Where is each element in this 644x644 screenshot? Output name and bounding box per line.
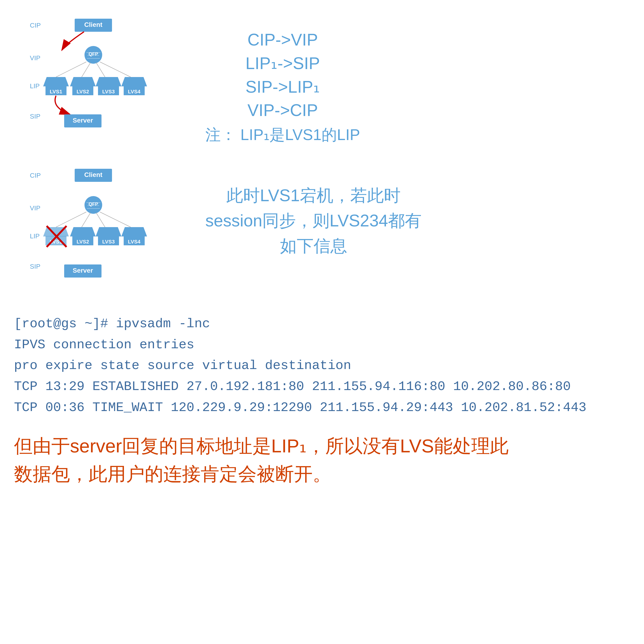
lvs3-node-1 (96, 77, 121, 86)
arrow-lvs1-server (55, 96, 70, 114)
middle-section: CIP VIP LIP SIP Client QFP LVS1 (14, 164, 630, 295)
client-label-2: Client (84, 171, 102, 178)
line-qfp-lvs1 (56, 62, 86, 77)
console-line1: [root@gs ~]# ipvsadm -lnc (14, 313, 630, 335)
line-qfp-lvs2 (82, 63, 91, 77)
desc-line-2: session同步，则LVS234都有 (205, 208, 422, 233)
top-section: CIP VIP LIP SIP Client QFP (14, 14, 630, 145)
note-line-1: 注： LIP₁是LVS1的LIP (205, 124, 360, 145)
line-qfp-lvs3-2 (96, 213, 105, 227)
client-label-1: Client (84, 21, 102, 28)
console-line4: TCP 13:29 ESTABLISHED 27.0.192.181:80 21… (14, 376, 630, 397)
lvs3-label-2: LVS3 (102, 239, 115, 244)
label-cip-1: CIP (30, 22, 41, 29)
lvs3-label-1: LVS3 (102, 89, 115, 94)
label-sip-2: SIP (30, 263, 40, 270)
server-label-2: Server (73, 267, 93, 274)
lvs4-label-2: LVS4 (128, 239, 140, 244)
lvs2-node-1 (70, 77, 96, 86)
flow-line-2: LIP₁->SIP (205, 52, 360, 75)
diagram2-container: CIP VIP LIP SIP Client QFP LVS1 (14, 164, 159, 295)
lvs2-label-2: LVS2 (77, 239, 89, 244)
line-qfp-lvs3 (96, 63, 105, 77)
line-qfp-lvs4-2 (100, 212, 131, 227)
desc-line-1: 此时LVS1宕机，若此时 (205, 183, 422, 208)
label-lip-1: LIP (30, 82, 40, 90)
conclusion-line1: 但由于server回复的目标地址是LIP₁，所以没有LVS能处理此 (14, 432, 630, 460)
lvs1-label-1: LVS1 (50, 89, 62, 94)
diagram1-container: CIP VIP LIP SIP Client QFP (14, 14, 159, 145)
line-qfp-lvs2-2 (82, 213, 91, 227)
label-vip-1: VIP (30, 54, 40, 62)
flow-line-3: SIP->LIP₁ (205, 75, 360, 99)
line-qfp-lvs1-2 (56, 212, 86, 227)
lvs4-node-1 (121, 77, 147, 86)
console-section: [root@gs ~]# ipvsadm -lnc IPVS connectio… (14, 313, 630, 418)
console-line5: TCP 00:36 TIME_WAIT 120.229.9.29:12290 2… (14, 397, 630, 418)
console-line3: pro expire state source virtual destinat… (14, 355, 630, 376)
line-qfp-lvs4 (100, 62, 131, 77)
label-cip-2: CIP (30, 172, 41, 179)
lvs4-node-2 (121, 227, 147, 236)
info-panel-1: CIP->VIP LIP₁->SIP SIP->LIP₁ VIP->CIP 注：… (205, 14, 360, 145)
label-lip-2: LIP (30, 232, 40, 240)
arrow-cip-qfp (62, 32, 84, 50)
server-label-1: Server (73, 117, 93, 124)
console-line2: IPVS connection entries (14, 335, 630, 356)
flow-line-1: CIP->VIP (205, 28, 360, 52)
desc-line-3: 如下信息 (205, 233, 422, 258)
lvs2-node-2 (70, 227, 96, 236)
conclusion-section: 但由于server回复的目标地址是LIP₁，所以没有LVS能处理此 数据包，此用… (14, 432, 630, 488)
lvs4-label-1: LVS4 (128, 89, 140, 94)
lvs3-node-2 (96, 227, 121, 236)
info-panel-2: 此时LVS1宕机，若此时 session同步，则LVS234都有 如下信息 (205, 164, 422, 258)
conclusion-line2: 数据包，此用户的连接肯定会被断开。 (14, 460, 630, 488)
lvs2-label-1: LVS2 (77, 89, 89, 94)
label-vip-2: VIP (30, 204, 40, 212)
flow-line-4: VIP->CIP (205, 98, 360, 122)
label-sip-1: SIP (30, 113, 40, 120)
lvs1-node-1 (43, 77, 69, 86)
